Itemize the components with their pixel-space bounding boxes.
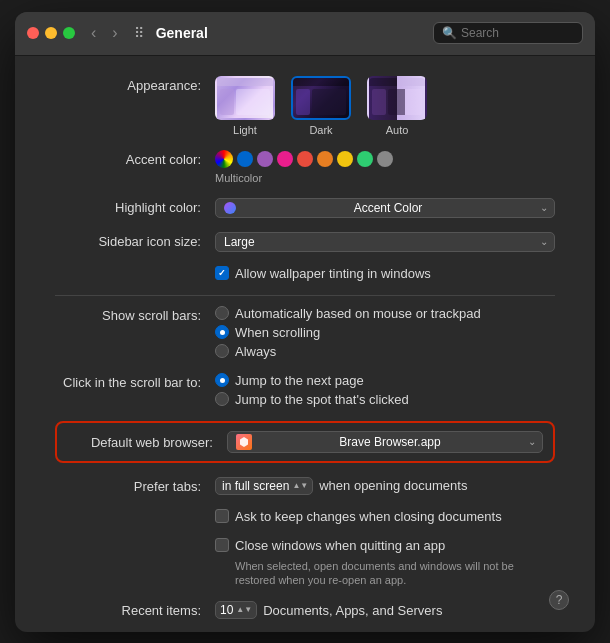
traffic-lights	[27, 27, 75, 39]
click-scroll-content: Jump to the next page Jump to the spot t…	[215, 373, 555, 407]
appearance-label: Appearance:	[55, 76, 215, 93]
close-windows-checkbox-row: Close windows when quitting an app	[215, 538, 555, 553]
appearance-content: Light	[215, 76, 555, 136]
highlight-color-label: Highlight color:	[55, 198, 215, 215]
ask-keep-checkbox[interactable]	[215, 509, 229, 523]
search-icon: 🔍	[442, 26, 457, 40]
accent-blue[interactable]	[237, 151, 253, 167]
accent-orange[interactable]	[317, 151, 333, 167]
scroll-always-row: Always	[215, 344, 555, 359]
accent-colors	[215, 150, 555, 168]
wallpaper-tinting-content: Allow wallpaper tinting in windows	[215, 266, 555, 281]
sidebar-icon-size-value: Large	[224, 235, 255, 249]
back-button[interactable]: ‹	[87, 22, 100, 44]
close-button[interactable]	[27, 27, 39, 39]
close-windows-content: Close windows when quitting an app When …	[215, 538, 555, 588]
prefer-tabs-row: Prefer tabs: in full screen ▲▼ when open…	[55, 477, 555, 495]
appearance-auto-label: Auto	[386, 124, 409, 136]
recent-items-row: Recent items: 10 ▲▼ Documents, Apps, and…	[55, 601, 555, 619]
scroll-auto-text: Automatically based on mouse or trackpad	[235, 306, 481, 321]
wallpaper-tinting-checkbox-row: Allow wallpaper tinting in windows	[215, 266, 555, 281]
appearance-option-dark[interactable]: Dark	[291, 76, 351, 136]
wallpaper-tinting-checkbox[interactable]	[215, 266, 229, 280]
default-browser-label: Default web browser:	[67, 433, 227, 450]
accent-color-content: Multicolor	[215, 150, 555, 184]
ask-keep-text: Ask to keep changes when closing documen…	[235, 509, 502, 524]
accent-pink[interactable]	[277, 151, 293, 167]
multicolor-label: Multicolor	[215, 172, 555, 184]
minimize-button[interactable]	[45, 27, 57, 39]
recent-items-arrows: ▲▼	[236, 606, 252, 614]
scroll-auto-radio[interactable]	[215, 306, 229, 320]
prefer-tabs-label: Prefer tabs:	[55, 477, 215, 494]
recent-items-value: 10	[220, 603, 233, 617]
click-next-radio[interactable]	[215, 373, 229, 387]
close-windows-text: Close windows when quitting an app	[235, 538, 445, 553]
default-browser-arrow: ⌄	[528, 436, 536, 447]
appearance-options: Light	[215, 76, 555, 136]
scroll-always-text: Always	[235, 344, 276, 359]
scroll-always-radio[interactable]	[215, 344, 229, 358]
accent-red[interactable]	[297, 151, 313, 167]
appearance-row: Appearance:	[55, 76, 555, 136]
forward-button[interactable]: ›	[108, 22, 121, 44]
accent-graphite[interactable]	[377, 151, 393, 167]
click-scroll-row: Click in the scroll bar to: Jump to the …	[55, 373, 555, 407]
sidebar-icon-size-content: Large ⌄	[215, 232, 555, 252]
ask-keep-checkbox-row: Ask to keep changes when closing documen…	[215, 509, 555, 524]
settings-content: Appearance:	[15, 56, 595, 632]
help-button[interactable]: ?	[549, 590, 569, 610]
divider-1	[55, 295, 555, 296]
wallpaper-tinting-spacer	[55, 266, 215, 268]
sidebar-size-arrow: ⌄	[540, 236, 548, 247]
maximize-button[interactable]	[63, 27, 75, 39]
accent-multicolor[interactable]	[215, 150, 233, 168]
sidebar-icon-size-row: Sidebar icon size: Large ⌄	[55, 232, 555, 252]
sidebar-icon-size-select[interactable]: Large ⌄	[215, 232, 555, 252]
accent-color-row: Accent color:	[55, 150, 555, 184]
grid-icon: ⠿	[134, 25, 144, 41]
close-windows-subtext: When selected, open documents and window…	[235, 559, 555, 588]
recent-items-suffix: Documents, Apps, and Servers	[263, 603, 442, 618]
click-spot-radio[interactable]	[215, 392, 229, 406]
close-windows-checkbox[interactable]	[215, 538, 229, 552]
highlight-color-value: Accent Color	[354, 201, 423, 215]
highlight-color-dot	[224, 202, 236, 214]
page-title: General	[156, 25, 425, 41]
recent-items-content: 10 ▲▼ Documents, Apps, and Servers	[215, 601, 555, 619]
highlight-color-arrow: ⌄	[540, 202, 548, 213]
scroll-scrolling-text: When scrolling	[235, 325, 320, 340]
accent-purple[interactable]	[257, 151, 273, 167]
click-spot-row: Jump to the spot that's clicked	[215, 392, 555, 407]
search-box[interactable]: 🔍	[433, 22, 583, 44]
prefer-tabs-suffix: when opening documents	[319, 478, 467, 493]
scroll-scrolling-radio[interactable]	[215, 325, 229, 339]
prefer-tabs-select[interactable]: in full screen ▲▼	[215, 477, 313, 495]
scroll-scrolling-row: When scrolling	[215, 325, 555, 340]
ask-keep-row: Ask to keep changes when closing documen…	[55, 509, 555, 524]
highlight-color-content: Accent Color ⌄	[215, 198, 555, 218]
default-browser-value: Brave Browser.app	[339, 435, 440, 449]
close-windows-row: Close windows when quitting an app When …	[55, 538, 555, 588]
appearance-option-auto[interactable]: Auto	[367, 76, 427, 136]
appearance-thumb-auto	[367, 76, 427, 120]
settings-window: ‹ › ⠿ General 🔍 Appearance:	[15, 12, 595, 632]
appearance-dark-label: Dark	[309, 124, 332, 136]
wallpaper-tinting-text: Allow wallpaper tinting in windows	[235, 266, 431, 281]
recent-items-inline: 10 ▲▼ Documents, Apps, and Servers	[215, 601, 555, 619]
accent-green[interactable]	[357, 151, 373, 167]
highlight-color-select[interactable]: Accent Color ⌄	[215, 198, 555, 218]
appearance-option-light[interactable]: Light	[215, 76, 275, 136]
highlight-color-row: Highlight color: Accent Color ⌄	[55, 198, 555, 218]
scroll-auto-row: Automatically based on mouse or trackpad	[215, 306, 555, 321]
click-next-row: Jump to the next page	[215, 373, 555, 388]
ask-keep-spacer	[55, 509, 215, 511]
recent-items-label: Recent items:	[55, 601, 215, 618]
prefer-tabs-content: in full screen ▲▼ when opening documents	[215, 477, 555, 495]
search-input[interactable]	[461, 26, 574, 40]
appearance-thumb-light	[215, 76, 275, 120]
click-next-text: Jump to the next page	[235, 373, 364, 388]
recent-items-spinner[interactable]: 10 ▲▼	[215, 601, 257, 619]
accent-yellow[interactable]	[337, 151, 353, 167]
default-browser-select[interactable]: Brave Browser.app ⌄	[227, 431, 543, 453]
